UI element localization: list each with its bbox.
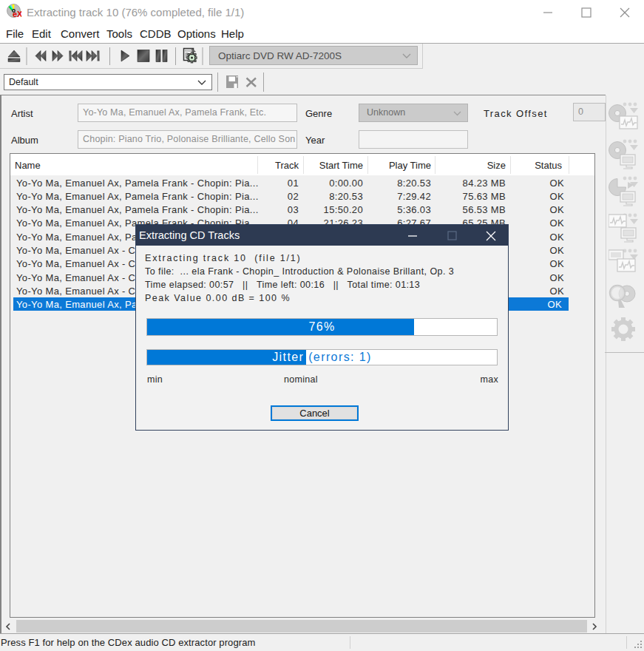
svg-text:eX: eX [13,10,21,18]
